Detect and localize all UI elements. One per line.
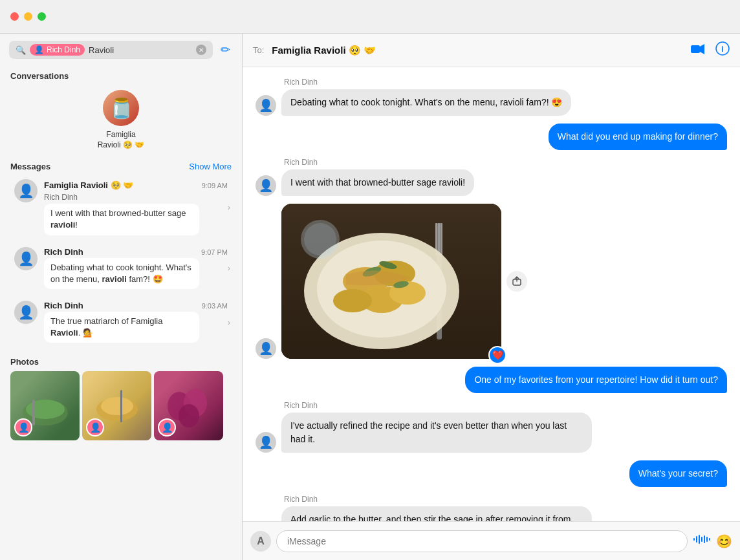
msg-result-sender-1: Rich Dinh xyxy=(44,193,78,202)
audio-waveform-icon[interactable] xyxy=(693,533,711,548)
message-result-item-3[interactable]: 👤 Rich Dinh 9:03 AM The true matriarch o… xyxy=(4,296,238,348)
bubble-2: What did you end up making for dinner? xyxy=(549,124,727,150)
photo-thumb-3[interactable]: 👤 xyxy=(154,371,223,440)
group-avatar: 🫙 xyxy=(103,90,139,126)
chat-avatar-1: 👤 xyxy=(256,95,276,116)
msg-row-7: What's your secret? xyxy=(256,460,727,487)
search-bar[interactable]: 🔍 👤 Rich Dinh Ravioli ✕ xyxy=(9,41,213,59)
message-result-item[interactable]: 👤 Famiglia Ravioli 🥺 🤝 Rich Dinh 9:09 AM… xyxy=(4,174,238,240)
msg-result-content-1: Famiglia Ravioli 🥺 🤝 Rich Dinh 9:09 AM I… xyxy=(44,179,228,235)
svg-point-4 xyxy=(101,397,133,415)
search-clear-button[interactable]: ✕ xyxy=(196,45,206,55)
svg-rect-35 xyxy=(701,537,702,542)
bubble-6: I've actually refined the recipe and it'… xyxy=(281,413,592,453)
msg-group-8: Rich Dinh 👤 Add garlic to the butter, an… xyxy=(256,495,727,521)
svg-rect-18 xyxy=(441,223,442,255)
sender-label-6: Rich Dinh xyxy=(256,401,727,410)
msg-group-5: One of my favorites from your repertoire… xyxy=(256,367,727,393)
msg-result-group-3: Rich Dinh xyxy=(44,301,83,310)
chevron-icon-2: › xyxy=(228,263,230,273)
svg-rect-2 xyxy=(32,400,35,425)
sender-label-3: Rich Dinh xyxy=(256,158,727,167)
ravioli-image[interactable] xyxy=(281,204,501,359)
msg-group-3: Rich Dinh 👤 I went with that browned-but… xyxy=(256,158,727,196)
close-button[interactable] xyxy=(10,12,19,21)
bubble-7: What's your secret? xyxy=(629,460,727,487)
svg-point-24 xyxy=(333,289,372,312)
search-query: Ravioli xyxy=(89,45,114,55)
msg-result-content-2: Rich Dinh 9:07 PM Debating what to cook … xyxy=(44,247,228,289)
svg-rect-34 xyxy=(699,535,700,544)
photo-thumb-1[interactable]: 👤 xyxy=(10,371,80,440)
svg-rect-32 xyxy=(693,538,695,541)
svg-text:i: i xyxy=(721,44,724,54)
sidebar: 🔍 👤 Rich Dinh Ravioli ✕ ✏ Conversations … xyxy=(0,34,243,560)
msg-row-4: 👤 xyxy=(256,204,727,359)
msg-group-4: 👤 xyxy=(256,204,727,359)
main-container: 🔍 👤 Rich Dinh Ravioli ✕ ✏ Conversations … xyxy=(0,34,740,560)
msg-result-header-1: Famiglia Ravioli 🥺 🤝 Rich Dinh 9:09 AM xyxy=(44,179,228,202)
bubble-8: Add garlic to the butter, and then stir … xyxy=(281,506,592,521)
msg-row-2: What did you end up making for dinner? xyxy=(256,124,727,150)
chat-header: To: Famiglia Ravioli 🥺 🤝 i xyxy=(243,34,740,67)
svg-marker-10 xyxy=(700,44,704,54)
msg-result-bubble-3: The true matriarch of Famiglia Ravioli. … xyxy=(44,312,199,343)
to-label: To: xyxy=(253,45,264,55)
minimize-button[interactable] xyxy=(24,12,32,21)
video-call-icon[interactable] xyxy=(691,43,705,58)
photo-thumb-2[interactable]: 👤 xyxy=(82,371,151,440)
search-icon: 🔍 xyxy=(16,45,26,55)
photos-section-label: Photos xyxy=(10,357,39,367)
title-bar xyxy=(0,0,740,34)
svg-point-30 xyxy=(304,223,336,255)
chat-avatar-6: 👤 xyxy=(256,432,276,453)
svg-rect-38 xyxy=(709,538,710,541)
msg-group-2: What did you end up making for dinner? xyxy=(256,124,727,150)
compose-button[interactable]: ✏ xyxy=(218,40,233,59)
emoji-button[interactable]: 😊 xyxy=(716,533,732,549)
conversation-item[interactable]: 🫙 Famiglia Ravioli 🥺 🤝 xyxy=(0,85,242,155)
conversation-name: Famiglia Ravioli 🥺 🤝 xyxy=(98,130,145,150)
msg-row-8: 👤 Add garlic to the butter, and then sti… xyxy=(256,506,727,521)
share-button[interactable] xyxy=(506,271,527,292)
maximize-button[interactable] xyxy=(38,12,46,21)
msg-result-bubble-2: Debating what to cook tonight. What's on… xyxy=(44,258,199,289)
svg-point-8 xyxy=(179,404,199,427)
contact-avatar-mini: 👤 xyxy=(34,45,44,54)
bubble-3: I went with that browned-butter sage rav… xyxy=(281,169,474,196)
sender-label-1: Rich Dinh xyxy=(256,78,727,87)
messages-section-header: Messages Show More xyxy=(0,155,242,174)
app-store-button[interactable]: A xyxy=(250,531,271,552)
svg-rect-9 xyxy=(691,45,700,53)
msg-row-5: One of my favorites from your repertoire… xyxy=(256,367,727,393)
svg-rect-33 xyxy=(696,536,697,543)
search-contact-name: Rich Dinh xyxy=(47,45,80,54)
show-more-button[interactable]: Show More xyxy=(189,162,232,171)
window-controls xyxy=(0,12,56,21)
svg-point-1 xyxy=(26,400,65,419)
msg-row-1: 👤 Debating what to cook tonight. What's … xyxy=(256,89,727,116)
photos-section: Photos xyxy=(0,349,242,371)
msg-result-header-2: Rich Dinh 9:07 PM xyxy=(44,247,228,257)
msg-result-time-2: 9:07 PM xyxy=(201,248,228,256)
msg-result-time-3: 9:03 AM xyxy=(202,302,228,310)
msg-result-avatar-3: 👤 xyxy=(14,301,38,324)
bubble-5: One of my favorites from your repertoire… xyxy=(465,367,727,393)
conversations-section-label: Conversations xyxy=(0,65,242,85)
svg-rect-37 xyxy=(706,537,708,542)
bubble-1: Debating what to cook tonight. What's on… xyxy=(281,89,571,116)
chat-area: To: Famiglia Ravioli 🥺 🤝 i xyxy=(243,34,740,560)
messages-section-label: Messages xyxy=(10,162,50,171)
message-result-item-2[interactable]: 👤 Rich Dinh 9:07 PM Debating what to coo… xyxy=(4,242,238,294)
messages-area[interactable]: Rich Dinh 👤 Debating what to cook tonigh… xyxy=(243,67,740,521)
message-input[interactable] xyxy=(276,530,688,552)
svg-rect-17 xyxy=(438,223,440,255)
msg-row-6: 👤 I've actually refined the recipe and i… xyxy=(256,413,727,453)
info-icon[interactable]: i xyxy=(715,41,730,59)
chevron-icon-1: › xyxy=(228,202,230,212)
chat-header-icons: i xyxy=(691,41,730,59)
input-area: A 😊 xyxy=(243,521,740,560)
heart-reaction: ❤️ xyxy=(488,346,506,364)
chat-avatar-4: 👤 xyxy=(256,338,276,359)
msg-result-bubble-1: I went with that browned-butter sage rav… xyxy=(44,204,199,235)
